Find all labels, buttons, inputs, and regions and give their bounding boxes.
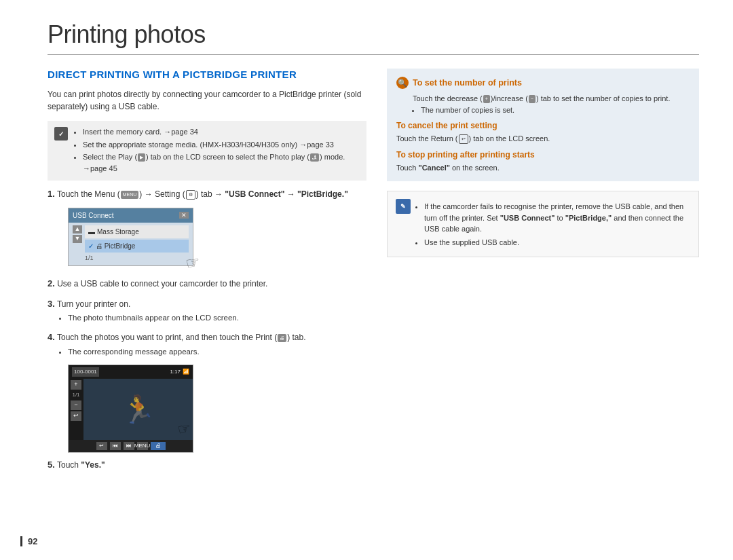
cam-battery-icon: 1:17: [170, 368, 181, 376]
set-prints-content: Touch the decrease (+)/increase (−) tab …: [413, 93, 690, 115]
cam-icons: 1:17 📶: [170, 368, 189, 376]
usb-up-button[interactable]: ▲: [73, 225, 82, 234]
cam-plus-button[interactable]: +: [71, 380, 81, 390]
right-note-icon: ✎: [396, 199, 411, 214]
usb-check-icon: ✓: [88, 241, 94, 251]
step-4-sub: The corresponding message appears.: [58, 346, 366, 358]
note-bullet-1: Insert the memory card. →page 34: [83, 126, 360, 138]
page-title: Printing photos: [48, 20, 699, 49]
cam-menu-button[interactable]: MENU: [137, 442, 148, 450]
stop-print-content: Touch "Cancel" on the screen.: [396, 162, 690, 174]
main-content: DIRECT PRINTING WITH A PICTBRIDGE PRINTE…: [48, 69, 699, 479]
cam-back-button[interactable]: ↩: [96, 442, 107, 450]
cam-controls: + 1/1 − ↩: [69, 379, 83, 440]
step-2-number: 2.: [48, 278, 55, 288]
set-prints-bullet: The number of copies is set.: [421, 105, 690, 116]
right-note-bullet-1: If the camcorder fails to recognise the …: [424, 201, 690, 235]
step-3-sub: The photo thumbnails appear on the LCD s…: [58, 312, 366, 324]
usb-option-pictbridge[interactable]: ✓ 🖨 PictBridge: [85, 240, 189, 253]
camera-screenshot: 100-0001 1:17 📶 + 1/1 − ↩: [68, 365, 193, 453]
step-4: 4. Touch the photos you want to print, a…: [48, 331, 366, 358]
intro-text: You can print photos directly by connect…: [48, 88, 366, 113]
hand-cursor-1: ☞: [183, 249, 202, 276]
photo-subject-figure: 🏃: [121, 389, 155, 430]
usb-close-button[interactable]: ✕: [179, 212, 189, 219]
cancel-print-content: Touch the Return (↩) tab on the LCD scre…: [396, 133, 690, 145]
step-4-number: 4.: [48, 332, 55, 342]
stop-print-section: To stop printing after printing starts T…: [396, 150, 690, 174]
step-4-text: Touch the photos you want to print, and …: [57, 333, 306, 342]
step-2: 2. Use a USB cable to connect your camco…: [48, 277, 366, 291]
set-prints-title-row: 🔍 To set the number of prints: [396, 77, 690, 89]
step-5-text: Touch "Yes.": [57, 460, 105, 470]
right-note-bullet-2: Use the supplied USB cable.: [424, 237, 690, 248]
note-icon: ✓: [54, 127, 68, 141]
step-5-number: 5.: [48, 460, 55, 470]
section-title: DIRECT PRINTING WITH A PICTBRIDGE PRINTE…: [48, 69, 366, 80]
right-note-box: ✎ If the camcorder fails to recognise th…: [387, 191, 699, 257]
page-number: 92: [20, 536, 37, 546]
usb-option-mass-storage[interactable]: ▬ Mass Storage: [85, 225, 189, 238]
usb-option-label: Mass Storage: [97, 227, 139, 237]
step-3-number: 3.: [48, 299, 55, 309]
step-1-number: 1.: [48, 189, 55, 199]
note-bullet-2: Set the appropriate storage media. (HMX-…: [83, 139, 360, 151]
usb-down-button[interactable]: ▼: [73, 235, 82, 243]
step-4-bullet: The corresponding message appears.: [68, 346, 366, 358]
usb-option-icon: ▬: [88, 227, 95, 237]
cam-print-button[interactable]: 🖨: [151, 442, 166, 450]
page-container: Printing photos DIRECT PRINTING WITH A P…: [0, 0, 733, 560]
cancel-print-title: To cancel the print setting: [396, 121, 690, 130]
stop-print-title: To stop printing after printing starts: [396, 150, 690, 160]
cam-minus-button[interactable]: −: [71, 400, 81, 410]
cam-prev-button[interactable]: ⏮: [110, 442, 121, 450]
right-column: 🔍 To set the number of prints Touch the …: [387, 69, 699, 479]
step-5: 5. Touch "Yes.": [48, 458, 366, 472]
title-divider: [48, 54, 699, 55]
note-content: Insert the memory card. →page 34 Set the…: [73, 126, 360, 175]
prerequisite-note-box: ✓ Insert the memory card. →page 34 Set t…: [48, 121, 366, 181]
set-prints-text: Touch the decrease (+)/increase (−) tab …: [413, 94, 670, 102]
cam-image-area: 🏃: [83, 379, 193, 440]
cam-top-bar: 100-0001 1:17 📶: [69, 365, 193, 379]
step-3-bullet: The photo thumbnails appear on the LCD s…: [68, 312, 366, 324]
usb-pictbridge-label: 🖨 PictBridge: [96, 241, 135, 251]
cam-next-button[interactable]: ⏭: [124, 442, 134, 450]
step-2-text: Use a USB cable to connect your camcorde…: [57, 279, 267, 288]
usb-title-bar: USB Connect ✕: [69, 208, 193, 223]
step-1-text: Touch the Menu (MENU) → Setting (⚙) tab …: [57, 189, 348, 199]
cancel-print-section: To cancel the print setting Touch the Re…: [396, 121, 690, 145]
note-bullet-3: Select the Play (▶) tab on the LCD scree…: [83, 151, 360, 174]
cam-bottom-bar: ↩ ⏮ ⏭ MENU 🖨: [69, 440, 193, 452]
cam-signal-icon: 📶: [183, 368, 189, 376]
set-prints-title: To set the number of prints: [413, 78, 522, 88]
set-prints-icon: 🔍: [396, 77, 409, 89]
print-info-box: 🔍 To set the number of prints Touch the …: [387, 69, 699, 181]
step-1: 1. Touch the Menu (MENU) → Setting (⚙) t…: [48, 187, 366, 201]
cam-return-button[interactable]: ↩: [71, 411, 81, 421]
cam-page-label: 1/1: [71, 391, 81, 399]
step-3: 3. Turn your printer on. The photo thumb…: [48, 297, 366, 324]
left-column: DIRECT PRINTING WITH A PICTBRIDGE PRINTE…: [48, 69, 366, 479]
step-3-text: Turn your printer on.: [57, 299, 130, 309]
steps-list: 1. Touch the Menu (MENU) → Setting (⚙) t…: [48, 187, 366, 472]
right-note-content: If the camcorder fails to recognise the …: [416, 198, 690, 250]
cam-counter: 100-0001: [72, 367, 99, 377]
usb-dialog-title: USB Connect: [73, 210, 114, 221]
cam-main: + 1/1 − ↩ 🏃: [69, 379, 193, 440]
